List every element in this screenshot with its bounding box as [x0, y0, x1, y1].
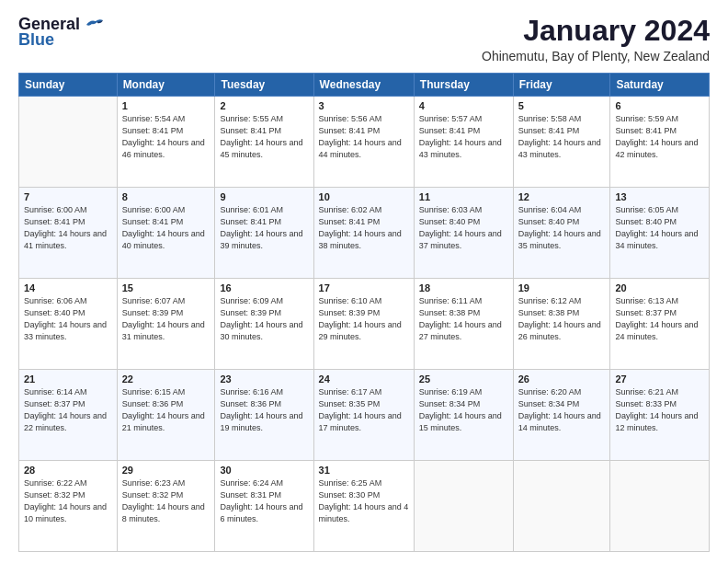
day-cell — [513, 461, 610, 552]
day-cell — [19, 97, 118, 188]
day-number: 7 — [24, 191, 112, 202]
day-info: Sunrise: 6:07 AM Sunset: 8:39 PM Dayligh… — [122, 295, 210, 343]
col-sunday: Sunday — [19, 74, 118, 97]
logo-blue: Blue — [18, 30, 54, 50]
day-cell: 11Sunrise: 6:03 AM Sunset: 8:40 PM Dayli… — [414, 188, 513, 279]
day-number: 4 — [419, 100, 508, 111]
day-info: Sunrise: 6:22 AM Sunset: 8:32 PM Dayligh… — [24, 477, 112, 525]
day-cell: 8Sunrise: 6:00 AM Sunset: 8:41 PM Daylig… — [117, 188, 215, 279]
day-cell: 30Sunrise: 6:24 AM Sunset: 8:31 PM Dayli… — [215, 461, 313, 552]
day-number: 18 — [419, 282, 508, 293]
day-info: Sunrise: 6:20 AM Sunset: 8:34 PM Dayligh… — [518, 386, 606, 434]
day-cell: 10Sunrise: 6:02 AM Sunset: 8:41 PM Dayli… — [313, 188, 414, 279]
logo-bird-icon — [85, 17, 105, 32]
day-cell: 21Sunrise: 6:14 AM Sunset: 8:37 PM Dayli… — [19, 370, 118, 461]
day-info: Sunrise: 6:17 AM Sunset: 8:35 PM Dayligh… — [319, 386, 409, 434]
day-info: Sunrise: 5:58 AM Sunset: 8:41 PM Dayligh… — [518, 113, 606, 161]
col-wednesday: Wednesday — [313, 74, 414, 97]
week-row-5: 28Sunrise: 6:22 AM Sunset: 8:32 PM Dayli… — [19, 461, 710, 552]
day-info: Sunrise: 6:16 AM Sunset: 8:36 PM Dayligh… — [220, 386, 308, 434]
day-cell: 19Sunrise: 6:12 AM Sunset: 8:38 PM Dayli… — [513, 279, 610, 370]
day-cell: 9Sunrise: 6:01 AM Sunset: 8:41 PM Daylig… — [215, 188, 313, 279]
day-info: Sunrise: 6:04 AM Sunset: 8:40 PM Dayligh… — [518, 204, 606, 252]
week-row-4: 21Sunrise: 6:14 AM Sunset: 8:37 PM Dayli… — [19, 370, 710, 461]
day-number: 29 — [122, 465, 210, 476]
day-number: 30 — [220, 465, 308, 476]
day-number: 6 — [615, 100, 704, 111]
day-info: Sunrise: 6:06 AM Sunset: 8:40 PM Dayligh… — [24, 295, 112, 343]
calendar-page: General Blue January 2024 Ohinemutu, Bay… — [0, 0, 728, 563]
day-number: 10 — [319, 191, 409, 202]
col-thursday: Thursday — [414, 74, 513, 97]
day-info: Sunrise: 6:01 AM Sunset: 8:41 PM Dayligh… — [220, 204, 308, 252]
day-info: Sunrise: 6:02 AM Sunset: 8:41 PM Dayligh… — [319, 204, 409, 252]
day-info: Sunrise: 6:05 AM Sunset: 8:40 PM Dayligh… — [615, 204, 704, 252]
col-monday: Monday — [117, 74, 215, 97]
month-title: January 2024 — [482, 15, 710, 47]
day-info: Sunrise: 5:56 AM Sunset: 8:41 PM Dayligh… — [319, 113, 409, 161]
day-number: 14 — [24, 282, 112, 293]
day-info: Sunrise: 6:10 AM Sunset: 8:39 PM Dayligh… — [319, 295, 409, 343]
day-number: 27 — [615, 373, 704, 385]
day-cell — [414, 461, 513, 552]
day-number: 12 — [518, 191, 606, 202]
day-cell: 16Sunrise: 6:09 AM Sunset: 8:39 PM Dayli… — [215, 279, 313, 370]
day-cell: 17Sunrise: 6:10 AM Sunset: 8:39 PM Dayli… — [313, 279, 414, 370]
title-area: January 2024 Ohinemutu, Bay of Plenty, N… — [482, 15, 710, 63]
day-info: Sunrise: 6:25 AM Sunset: 8:30 PM Dayligh… — [319, 477, 409, 525]
day-number: 13 — [615, 191, 704, 202]
day-number: 8 — [122, 191, 210, 202]
day-cell: 1Sunrise: 5:54 AM Sunset: 8:41 PM Daylig… — [117, 97, 215, 188]
day-number: 28 — [24, 465, 112, 476]
day-cell: 31Sunrise: 6:25 AM Sunset: 8:30 PM Dayli… — [313, 461, 414, 552]
day-info: Sunrise: 6:11 AM Sunset: 8:38 PM Dayligh… — [419, 295, 508, 343]
day-info: Sunrise: 6:00 AM Sunset: 8:41 PM Dayligh… — [24, 204, 112, 252]
day-number: 17 — [319, 282, 409, 293]
day-number: 26 — [518, 373, 606, 385]
day-cell: 29Sunrise: 6:23 AM Sunset: 8:32 PM Dayli… — [117, 461, 215, 552]
day-cell: 24Sunrise: 6:17 AM Sunset: 8:35 PM Dayli… — [313, 370, 414, 461]
header-row: Sunday Monday Tuesday Wednesday Thursday… — [19, 74, 710, 97]
day-number: 25 — [419, 373, 508, 385]
day-info: Sunrise: 6:24 AM Sunset: 8:31 PM Dayligh… — [220, 477, 308, 525]
day-cell: 22Sunrise: 6:15 AM Sunset: 8:36 PM Dayli… — [117, 370, 215, 461]
day-cell: 27Sunrise: 6:21 AM Sunset: 8:33 PM Dayli… — [610, 370, 710, 461]
week-row-1: 1Sunrise: 5:54 AM Sunset: 8:41 PM Daylig… — [19, 97, 710, 188]
day-number: 22 — [122, 373, 210, 385]
day-cell: 12Sunrise: 6:04 AM Sunset: 8:40 PM Dayli… — [513, 188, 610, 279]
day-cell: 6Sunrise: 5:59 AM Sunset: 8:41 PM Daylig… — [610, 97, 710, 188]
day-cell: 15Sunrise: 6:07 AM Sunset: 8:39 PM Dayli… — [117, 279, 215, 370]
day-info: Sunrise: 6:03 AM Sunset: 8:40 PM Dayligh… — [419, 204, 508, 252]
header: General Blue January 2024 Ohinemutu, Bay… — [18, 15, 710, 63]
day-number: 11 — [419, 191, 508, 202]
day-number: 23 — [220, 373, 308, 385]
week-row-3: 14Sunrise: 6:06 AM Sunset: 8:40 PM Dayli… — [19, 279, 710, 370]
day-number: 20 — [615, 282, 704, 293]
day-cell: 13Sunrise: 6:05 AM Sunset: 8:40 PM Dayli… — [610, 188, 710, 279]
day-cell: 2Sunrise: 5:55 AM Sunset: 8:41 PM Daylig… — [215, 97, 313, 188]
day-info: Sunrise: 6:09 AM Sunset: 8:39 PM Dayligh… — [220, 295, 308, 343]
day-cell: 5Sunrise: 5:58 AM Sunset: 8:41 PM Daylig… — [513, 97, 610, 188]
day-number: 21 — [24, 373, 112, 385]
location-subtitle: Ohinemutu, Bay of Plenty, New Zealand — [482, 49, 710, 63]
day-info: Sunrise: 6:19 AM Sunset: 8:34 PM Dayligh… — [419, 386, 508, 434]
day-cell: 14Sunrise: 6:06 AM Sunset: 8:40 PM Dayli… — [19, 279, 118, 370]
day-number: 31 — [319, 465, 409, 476]
day-info: Sunrise: 6:12 AM Sunset: 8:38 PM Dayligh… — [518, 295, 606, 343]
col-friday: Friday — [513, 74, 610, 97]
day-number: 24 — [319, 373, 409, 385]
day-number: 19 — [518, 282, 606, 293]
day-cell: 26Sunrise: 6:20 AM Sunset: 8:34 PM Dayli… — [513, 370, 610, 461]
day-cell — [610, 461, 710, 552]
day-cell: 4Sunrise: 5:57 AM Sunset: 8:41 PM Daylig… — [414, 97, 513, 188]
day-number: 1 — [122, 100, 210, 111]
day-cell: 3Sunrise: 5:56 AM Sunset: 8:41 PM Daylig… — [313, 97, 414, 188]
col-tuesday: Tuesday — [215, 74, 313, 97]
day-info: Sunrise: 5:57 AM Sunset: 8:41 PM Dayligh… — [419, 113, 508, 161]
day-cell: 25Sunrise: 6:19 AM Sunset: 8:34 PM Dayli… — [414, 370, 513, 461]
day-cell: 28Sunrise: 6:22 AM Sunset: 8:32 PM Dayli… — [19, 461, 118, 552]
day-info: Sunrise: 6:00 AM Sunset: 8:41 PM Dayligh… — [122, 204, 210, 252]
day-cell: 20Sunrise: 6:13 AM Sunset: 8:37 PM Dayli… — [610, 279, 710, 370]
day-number: 3 — [319, 100, 409, 111]
day-cell: 7Sunrise: 6:00 AM Sunset: 8:41 PM Daylig… — [19, 188, 118, 279]
